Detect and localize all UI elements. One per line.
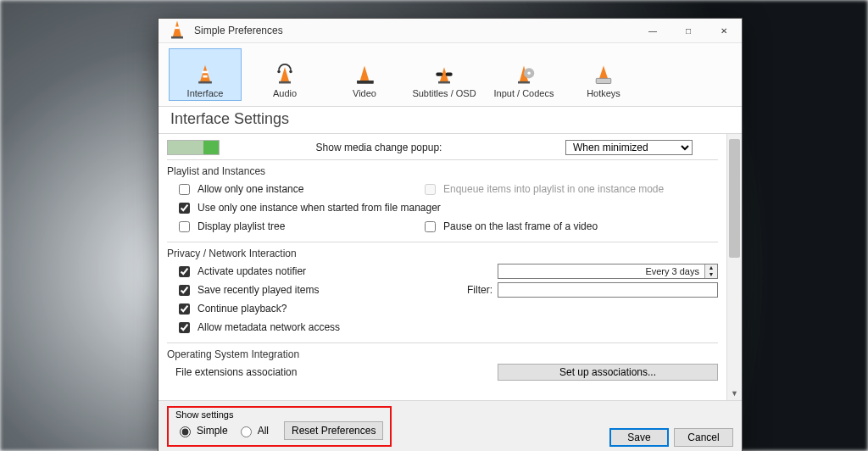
enqueue-checkbox: Enqueue items into playlist in one insta… bbox=[421, 181, 718, 198]
svg-rect-17 bbox=[446, 72, 453, 75]
svg-rect-4 bbox=[198, 81, 212, 84]
svg-rect-15 bbox=[438, 81, 450, 84]
svg-marker-11 bbox=[360, 66, 370, 81]
one-instance-fm-checkbox[interactable]: Use only one instance when started from … bbox=[175, 200, 441, 216]
save-button[interactable]: Save bbox=[609, 428, 669, 447]
cone-disc-icon bbox=[510, 61, 537, 88]
scrollbar-thumb[interactable] bbox=[729, 139, 740, 258]
cone-glasses-icon bbox=[431, 61, 458, 88]
category-label: Input / Codecs bbox=[494, 88, 554, 98]
continue-playback-checkbox[interactable]: Continue playback? bbox=[175, 301, 287, 317]
svg-point-9 bbox=[277, 70, 281, 74]
category-subtitles[interactable]: Subtitles / OSD bbox=[408, 48, 481, 101]
cone-film-icon bbox=[351, 61, 378, 88]
show-all-radio[interactable]: All bbox=[236, 424, 269, 437]
category-label: Subtitles / OSD bbox=[412, 88, 476, 98]
svg-rect-2 bbox=[175, 26, 179, 29]
category-video[interactable]: Video bbox=[328, 48, 401, 101]
app-icon bbox=[165, 18, 189, 44]
allow-one-instance-checkbox[interactable]: Allow only one instance bbox=[175, 181, 421, 198]
close-button[interactable]: ✕ bbox=[706, 19, 742, 42]
svg-marker-7 bbox=[281, 67, 290, 82]
svg-rect-16 bbox=[436, 72, 442, 75]
category-label: Audio bbox=[273, 88, 297, 98]
page-title: Interface Settings bbox=[159, 107, 742, 134]
setup-associations-button[interactable]: Set up associations... bbox=[498, 364, 718, 381]
save-recent-checkbox[interactable]: Save recently played items bbox=[175, 282, 421, 298]
media-popup-select[interactable]: When minimized bbox=[565, 140, 693, 155]
pause-last-frame-checkbox[interactable]: Pause on the last frame of a video bbox=[421, 219, 718, 235]
show-settings-title: Show settings bbox=[175, 409, 383, 420]
svg-rect-23 bbox=[596, 78, 611, 83]
svg-rect-6 bbox=[203, 75, 207, 78]
show-simple-radio[interactable]: Simple bbox=[175, 424, 228, 437]
spin-down-icon[interactable]: ▼ bbox=[705, 271, 717, 278]
footer: Show settings Simple All Reset Preferenc… bbox=[159, 400, 742, 451]
svg-point-21 bbox=[527, 72, 531, 75]
svg-rect-19 bbox=[518, 81, 530, 84]
cone-keyboard-icon bbox=[590, 61, 617, 88]
category-audio[interactable]: Audio bbox=[248, 48, 321, 101]
svg-rect-1 bbox=[171, 36, 183, 38]
filter-input[interactable] bbox=[498, 282, 718, 298]
metadata-access-checkbox[interactable]: Allow metadata network access bbox=[175, 320, 340, 336]
window-title: Simple Preferences bbox=[194, 25, 283, 36]
category-label: Hotkeys bbox=[587, 88, 620, 98]
display-playlist-tree-checkbox[interactable]: Display playlist tree bbox=[175, 219, 421, 235]
svg-marker-22 bbox=[599, 66, 609, 80]
minimize-button[interactable]: — bbox=[635, 19, 670, 42]
svg-point-10 bbox=[289, 70, 292, 74]
preferences-window: Simple Preferences — □ ✕ Interface Audio… bbox=[158, 18, 743, 451]
category-hotkeys[interactable]: Hotkeys bbox=[567, 48, 640, 101]
cancel-button[interactable]: Cancel bbox=[674, 428, 733, 447]
vertical-scrollbar[interactable]: ▲ ▼ bbox=[726, 134, 742, 400]
titlebar: Simple Preferences — □ ✕ bbox=[159, 19, 742, 43]
update-frequency-spinner[interactable]: Every 3 days ▲▼ bbox=[498, 264, 718, 279]
group-privacy-title: Privacy / Network Interaction bbox=[167, 242, 718, 259]
group-os-title: Operating System Integration bbox=[167, 342, 718, 360]
cone-headphones-icon bbox=[271, 61, 298, 88]
scroll-down-icon[interactable]: ▼ bbox=[727, 386, 742, 400]
file-assoc-label: File extensions association bbox=[175, 366, 297, 378]
filter-label: Filter: bbox=[467, 284, 492, 296]
group-playlist-title: Playlist and Instances bbox=[167, 159, 718, 177]
spin-up-icon[interactable]: ▲ bbox=[705, 264, 717, 271]
settings-scroll: Show media change popup: When minimized … bbox=[159, 134, 742, 400]
category-toolbar: Interface Audio Video Subtitles / OSD In… bbox=[159, 43, 742, 107]
reset-preferences-button[interactable]: Reset Preferences bbox=[284, 421, 383, 440]
svg-rect-8 bbox=[279, 81, 291, 84]
svg-rect-13 bbox=[357, 81, 373, 84]
category-interface[interactable]: Interface bbox=[169, 48, 242, 101]
category-label: Video bbox=[353, 88, 376, 98]
svg-rect-5 bbox=[203, 71, 209, 74]
activate-updates-checkbox[interactable]: Activate updates notifier bbox=[175, 264, 421, 280]
category-label: Interface bbox=[187, 88, 224, 98]
svg-marker-3 bbox=[200, 65, 210, 82]
show-settings-box: Show settings Simple All Reset Preferenc… bbox=[167, 406, 392, 447]
maximize-button[interactable]: □ bbox=[670, 19, 706, 42]
media-popup-label: Show media change popup: bbox=[316, 142, 442, 153]
cone-icon bbox=[192, 61, 219, 88]
category-codecs[interactable]: Input / Codecs bbox=[487, 48, 560, 101]
